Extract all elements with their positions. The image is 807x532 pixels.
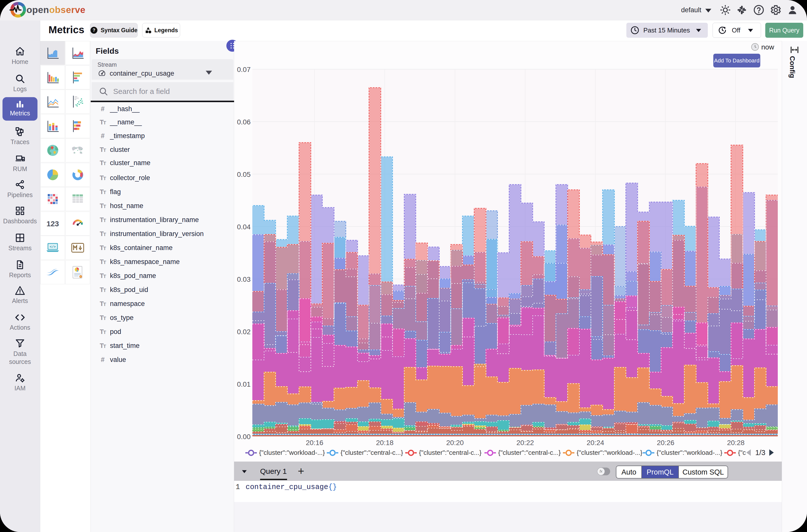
svg-text:</>: </> <box>50 245 55 249</box>
svg-text:?: ? <box>93 28 95 33</box>
svg-text:123: 123 <box>46 220 59 228</box>
